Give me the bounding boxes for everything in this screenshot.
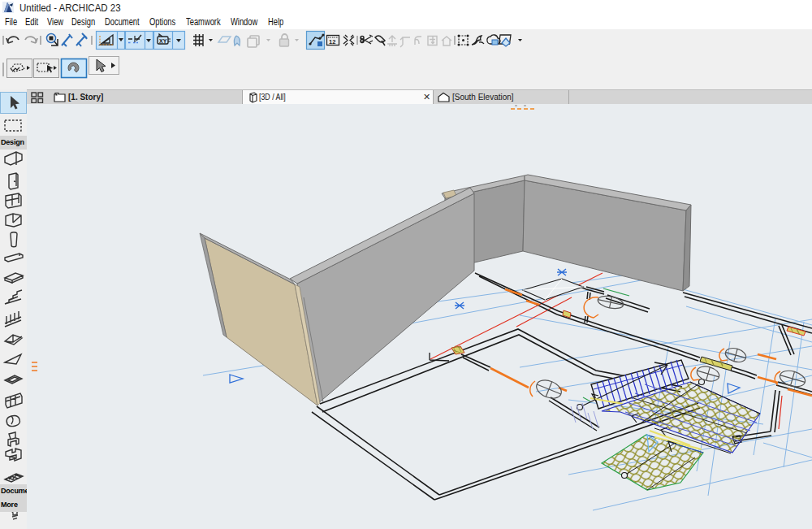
svg-text:12: 12: [329, 38, 335, 46]
svg-text:XY: XY: [159, 38, 167, 44]
